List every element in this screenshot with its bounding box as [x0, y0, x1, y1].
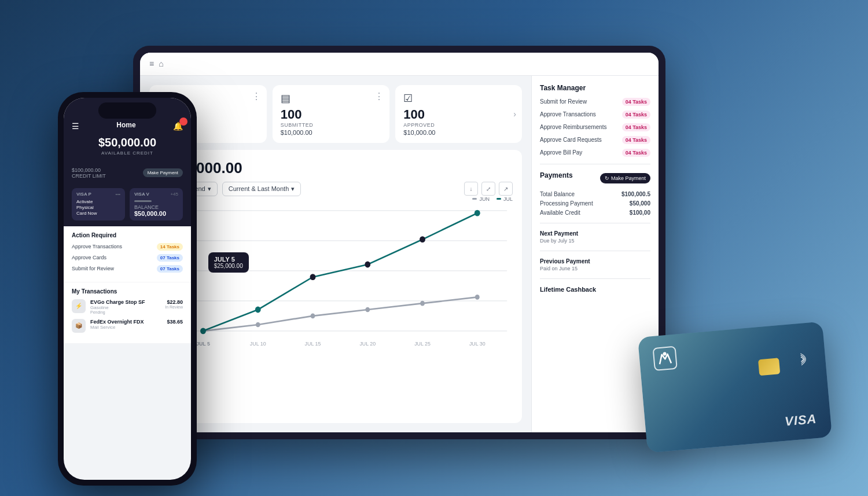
chart-section: $100,000.00 Overall Spend ▾ Current & La…: [149, 150, 522, 423]
action-row-approve-cards: Approve Cards 07 Tasks: [72, 254, 183, 262]
phone-card-balance-amount: $50,000.00: [134, 210, 178, 217]
tx-row-fedex: 📦 FedEx Overnight FDX Mail Service $38.6…: [72, 319, 183, 333]
tx-sub-evgo: Gasoline: [90, 305, 160, 310]
action-badge-submit-review: 07 Tasks: [157, 265, 183, 273]
svg-point-16: [200, 328, 206, 334]
tablet-main: 👁 ⋮ 100 IN REVIEW $10,000.00 ▤ ⋮ 100 SUB…: [140, 76, 531, 432]
submitted-icon: ▤: [281, 92, 382, 105]
task-badge-approve-reimb: 04 Tasks: [622, 123, 650, 131]
card-m-icon: [656, 349, 675, 368]
card-visa-label: VISA: [784, 411, 817, 429]
svg-point-17: [255, 306, 261, 313]
task-label-submit: Submit for Review: [540, 98, 587, 105]
phone-card-activate-text: ActivatePhysicalCard Now: [76, 199, 120, 217]
tx-name-fedex: FedEx Overnight FDX: [90, 319, 162, 325]
phone-card-last4-v: +45: [170, 192, 178, 197]
next-payment-due: Due by July 15: [540, 238, 650, 244]
tx-icon-evgo: ⚡: [72, 299, 86, 313]
tx-amount-fedex: $38.65: [167, 319, 183, 325]
task-manager-title: Task Manager: [540, 84, 650, 92]
action-badge-approve-tx: 14 Tasks: [157, 243, 183, 251]
phone-credit-amount: $100,000.00: [72, 167, 106, 173]
action-row-approve-tx: Approve Transactions 14 Tasks: [72, 243, 183, 251]
menu-icon[interactable]: ≡: [149, 59, 154, 68]
notification-badge: [179, 117, 187, 126]
phone-action-required: Action Required Approve Transactions 14 …: [64, 226, 191, 282]
phone-card-visa-v[interactable]: VISA V +45 BALANCE $50,000.00: [130, 188, 183, 221]
download-icon[interactable]: ↓: [464, 182, 478, 196]
transactions-title: My Transactions: [72, 288, 183, 295]
tx-icon-fedex: 📦: [72, 319, 86, 333]
task-row-approve-reimb: Approve Reimbursements 04 Tasks: [540, 123, 650, 131]
prev-payment-label: Previous Payment: [540, 258, 650, 264]
approved-icon: ☑: [403, 92, 505, 105]
chart-tooltip: JULY 5 $25,000.00: [208, 252, 249, 273]
svg-point-21: [475, 210, 480, 216]
svg-point-15: [475, 295, 480, 300]
stat-card-approved: ☑ › 100 APPROVED $10,000.00: [395, 85, 522, 143]
action-required-title: Action Required: [72, 232, 183, 238]
tooltip-date: JULY 5: [214, 256, 243, 263]
share-icon[interactable]: ↗: [499, 182, 513, 196]
chart-controls: Overall Spend ▾ Current & Last Month ▾ ↓…: [159, 182, 513, 196]
task-row-approve-tx: Approve Transactions 04 Tasks: [540, 111, 650, 119]
tx-status-evgo: In Review: [165, 305, 183, 309]
phone-card-dots-p: •••: [116, 192, 120, 197]
tx-amount-evgo: $22.80: [165, 299, 183, 305]
phone-credit-label: CREDIT LIMIT: [72, 173, 106, 179]
tablet-screen: ≡ ⌂ 👁 ⋮ 100 IN REVIEW $10,000.00: [140, 53, 659, 432]
svg-text:JUL 25: JUL 25: [414, 340, 431, 346]
payments-header: Payments ↻ Make Payment: [540, 171, 650, 185]
svg-text:JUL 15: JUL 15: [305, 340, 321, 346]
svg-point-14: [420, 300, 425, 306]
chart-legend: JUN JUL: [159, 196, 513, 202]
next-payment-label: Next Payment: [540, 230, 650, 237]
right-panel: Task Manager Submit for Review 04 Tasks …: [531, 76, 659, 432]
date-range-dropdown[interactable]: Current & Last Month ▾: [222, 182, 301, 196]
phone-device: ☰ Home 🔔 $50,000.00 AVAILABLE CREDIT $10…: [58, 92, 197, 486]
phone-cards-row: VISA P ••• ActivatePhysicalCard Now VISA…: [64, 182, 191, 226]
arrow-icon[interactable]: ›: [513, 109, 516, 119]
contactless-icon: [793, 351, 809, 370]
more-options-icon-2[interactable]: ⋮: [374, 91, 384, 102]
svg-point-13: [365, 307, 370, 312]
phone-card-balance-label: BALANCE: [134, 204, 178, 210]
phone-make-payment-btn[interactable]: Make Payment: [143, 168, 183, 177]
tablet-content: 👁 ⋮ 100 IN REVIEW $10,000.00 ▤ ⋮ 100 SUB…: [140, 76, 659, 432]
expand-icon[interactable]: ⤢: [481, 182, 495, 196]
task-row-submit: Submit for Review 04 Tasks: [540, 98, 650, 106]
chart-action-buttons: ↓ ⤢ ↗: [464, 182, 513, 196]
task-row-approve-bill: Approve Bill Pay 04 Tasks: [540, 149, 650, 157]
chart-total-value: $100,000.00: [159, 159, 513, 177]
phone-card-brand-v: VISA V: [134, 192, 149, 197]
more-options-icon[interactable]: ⋮: [252, 91, 261, 102]
home-icon[interactable]: ⌂: [159, 59, 163, 68]
svg-point-19: [365, 261, 370, 267]
action-label-approve-tx: Approve Transactions: [72, 244, 122, 249]
action-badge-approve-cards: 07 Tasks: [157, 254, 183, 262]
tx-sub-fedex: Mail Service: [90, 325, 162, 330]
tx-pending-evgo: Pending: [90, 310, 160, 314]
svg-point-28: [663, 352, 667, 356]
card-chip: [758, 358, 780, 376]
payment-row-processing: Processing Payment $50,000: [540, 200, 650, 207]
divider-1: [540, 164, 650, 164]
card-logo-symbol: [653, 346, 678, 370]
next-payment-section: Next Payment Due by July 15: [540, 230, 650, 244]
task-label-approve-bill: Approve Bill Pay: [540, 149, 582, 156]
payment-rows: Total Balance $100,000.5 Processing Paym…: [540, 191, 650, 216]
svg-text:JUL 30: JUL 30: [469, 340, 486, 346]
make-payment-button[interactable]: ↻ Make Payment: [600, 173, 650, 183]
task-row-approve-cards: Approve Card Requests 04 Tasks: [540, 136, 650, 144]
stat-cards-row: 👁 ⋮ 100 IN REVIEW $10,000.00 ▤ ⋮ 100 SUB…: [149, 85, 522, 143]
payments-title: Payments: [540, 171, 573, 179]
phone-available-label: AVAILABLE CREDIT: [72, 150, 183, 156]
task-label-approve-reimb: Approve Reimbursements: [540, 124, 607, 130]
payment-row-total: Total Balance $100,000.5: [540, 191, 650, 197]
task-badge-submit: 04 Tasks: [622, 98, 650, 106]
svg-point-11: [256, 322, 260, 327]
action-label-approve-cards: Approve Cards: [72, 255, 106, 260]
phone-card-visa-p[interactable]: VISA P ••• ActivatePhysicalCard Now: [72, 188, 125, 221]
phone-card-brand-p: VISA P: [76, 192, 91, 197]
svg-text:JUL 5: JUL 5: [196, 340, 210, 346]
